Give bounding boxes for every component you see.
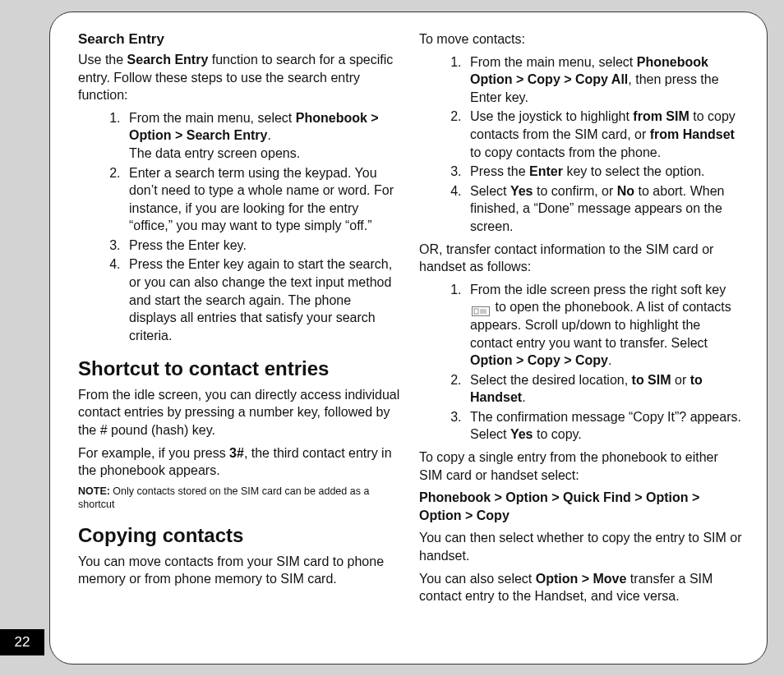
- or-paragraph: OR, transfer contact information to the …: [419, 241, 744, 276]
- shortcut-p1: From the idle screen, you can directly a…: [78, 386, 403, 439]
- list-item: Use the joystick to highlight from SIM t…: [465, 108, 742, 161]
- shortcut-p2: For example, if you press 3#, the third …: [78, 444, 403, 480]
- bold-text: No: [617, 184, 634, 198]
- text: From the main menu, select: [470, 55, 637, 69]
- shortcut-heading: Shortcut to contact entries: [78, 356, 403, 382]
- list-item: Press the Enter key to select the option…: [465, 163, 742, 181]
- text: Press the: [470, 164, 529, 178]
- list-item: From the main menu, select Phonebook > O…: [124, 109, 401, 163]
- text: You can also select: [419, 572, 536, 586]
- copying-p1: You can move contacts from your SIM card…: [78, 553, 403, 588]
- bold-text: Option > Copy > Copy: [470, 353, 608, 367]
- text: .: [522, 390, 525, 404]
- bold-text: Yes: [510, 184, 533, 198]
- single-path: Phonebook > Option > Quick Find > Option…: [419, 489, 744, 524]
- list-item: From the idle screen press the right sof…: [465, 281, 742, 370]
- list-item: From the main menu, select Phonebook Opt…: [465, 53, 742, 107]
- move-option: You can also select Option > Move transf…: [419, 570, 744, 605]
- right-column: To move contacts: From the main menu, se…: [419, 30, 744, 646]
- bold-text: Search Entry: [127, 53, 209, 67]
- bold-text: 3#: [229, 446, 244, 460]
- text: to copy contacts from the phone.: [470, 145, 661, 159]
- list-item: Select Yes to confirm, or No to abort. W…: [465, 182, 742, 236]
- list-item: Select the desired location, to SIM or t…: [465, 371, 742, 407]
- text: .: [267, 128, 270, 142]
- text: Use the joystick to highlight: [470, 109, 633, 123]
- text: Select the desired location,: [470, 373, 632, 387]
- page-frame: Search Entry Use the Search Entry functi…: [49, 11, 768, 665]
- note-label: NOTE:: [78, 485, 110, 497]
- note-text: Only contacts stored on the SIM card can…: [78, 485, 369, 510]
- text: to copy.: [533, 427, 582, 441]
- bold-text: Option > Move: [536, 572, 627, 586]
- move-steps: From the main menu, select Phonebook Opt…: [465, 53, 744, 236]
- copying-heading: Copying contacts: [78, 522, 403, 549]
- bold-text: Phonebook > Option > Quick Find > Option…: [419, 490, 699, 522]
- text: or: [671, 373, 690, 387]
- text: Select: [470, 184, 510, 198]
- transfer-steps: From the idle screen press the right sof…: [465, 281, 744, 444]
- bold-text: Yes: [510, 427, 533, 441]
- search-entry-steps: From the main menu, select Phonebook > O…: [124, 109, 403, 345]
- bold-text: from SIM: [633, 109, 689, 123]
- list-item: The confirmation message “Copy It”? appe…: [465, 408, 742, 444]
- bold-text: Enter: [529, 164, 563, 178]
- text: For example, if you press: [78, 446, 229, 460]
- text: Use the: [78, 53, 127, 67]
- phonebook-icon: [472, 303, 490, 313]
- page-number-tab: 22: [0, 629, 44, 655]
- page-number: 22: [15, 634, 30, 651]
- search-entry-heading: Search Entry: [78, 30, 403, 49]
- bold-text: from Handset: [650, 127, 735, 141]
- text: .: [608, 353, 611, 367]
- list-item: Enter a search term using the keypad. Yo…: [124, 164, 401, 235]
- list-item: Press the Enter key again to start the s…: [124, 255, 401, 344]
- single-intro: To copy a single entry from the phoneboo…: [419, 448, 744, 484]
- text: The data entry screen opens.: [129, 146, 300, 160]
- text: key to select the option.: [563, 164, 705, 178]
- move-intro: To move contacts:: [419, 30, 744, 48]
- left-column: Search Entry Use the Search Entry functi…: [78, 30, 403, 646]
- text: From the idle screen press the right sof…: [470, 283, 726, 297]
- shortcut-note: NOTE: Only contacts stored on the SIM ca…: [78, 485, 403, 512]
- svg-rect-1: [474, 309, 478, 314]
- text: to open the phonebook. A list of contact…: [470, 300, 731, 349]
- text: to confirm, or: [533, 184, 617, 198]
- content-columns: Search Entry Use the Search Entry functi…: [78, 30, 744, 646]
- text: From the main menu, select: [129, 111, 296, 125]
- single-dest: You can then select whether to copy the …: [419, 529, 744, 564]
- list-item: Press the Enter key.: [124, 237, 401, 255]
- bold-text: to SIM: [632, 373, 671, 387]
- search-entry-intro: Use the Search Entry function to search …: [78, 51, 403, 104]
